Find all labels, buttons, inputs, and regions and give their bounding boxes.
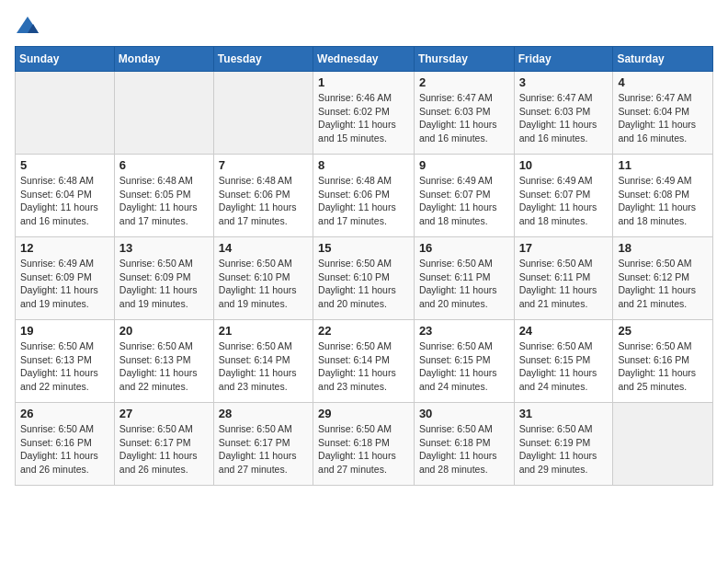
- day-info: Sunrise: 6:50 AMSunset: 6:14 PMDaylight:…: [219, 339, 308, 394]
- day-number: 22: [318, 324, 409, 338]
- weekday-header-saturday: Saturday: [613, 47, 713, 72]
- day-number: 11: [618, 158, 708, 172]
- calendar-cell: 17Sunrise: 6:50 AMSunset: 6:11 PMDayligh…: [514, 237, 613, 320]
- day-info: Sunrise: 6:49 AMSunset: 6:07 PMDaylight:…: [419, 174, 509, 228]
- day-info: Sunrise: 6:50 AMSunset: 6:13 PMDaylight:…: [20, 339, 109, 394]
- day-number: 8: [318, 158, 409, 172]
- calendar-cell: [114, 72, 213, 155]
- day-number: 23: [419, 324, 509, 338]
- day-info: Sunrise: 6:50 AMSunset: 6:15 PMDaylight:…: [419, 339, 509, 394]
- day-number: 17: [519, 241, 609, 255]
- weekday-header-friday: Friday: [514, 47, 613, 72]
- day-info: Sunrise: 6:47 AMSunset: 6:04 PMDaylight:…: [618, 91, 708, 145]
- calendar-cell: 9Sunrise: 6:49 AMSunset: 6:07 PMDaylight…: [414, 155, 514, 237]
- day-info: Sunrise: 6:47 AMSunset: 6:03 PMDaylight:…: [419, 91, 509, 145]
- day-number: 7: [219, 158, 308, 172]
- calendar-cell: 16Sunrise: 6:50 AMSunset: 6:11 PMDayligh…: [414, 237, 514, 320]
- calendar-header: SundayMondayTuesdayWednesdayThursdayFrid…: [16, 47, 713, 72]
- day-info: Sunrise: 6:50 AMSunset: 6:18 PMDaylight:…: [318, 422, 409, 477]
- calendar-cell: 27Sunrise: 6:50 AMSunset: 6:17 PMDayligh…: [114, 403, 213, 486]
- day-info: Sunrise: 6:49 AMSunset: 6:08 PMDaylight:…: [618, 174, 708, 228]
- day-number: 5: [20, 158, 109, 172]
- day-info: Sunrise: 6:50 AMSunset: 6:14 PMDaylight:…: [318, 339, 409, 394]
- calendar-cell: [213, 72, 313, 155]
- calendar-cell: 6Sunrise: 6:48 AMSunset: 6:05 PMDaylight…: [114, 155, 213, 237]
- weekday-header-sunday: Sunday: [16, 47, 115, 72]
- day-number: 21: [219, 324, 308, 338]
- calendar-cell: 3Sunrise: 6:47 AMSunset: 6:03 PMDaylight…: [514, 72, 613, 155]
- day-info: Sunrise: 6:50 AMSunset: 6:13 PMDaylight:…: [119, 339, 209, 394]
- day-number: 14: [219, 241, 308, 255]
- calendar-cell: 19Sunrise: 6:50 AMSunset: 6:13 PMDayligh…: [16, 320, 115, 403]
- day-number: 31: [519, 407, 609, 420]
- day-number: 28: [219, 407, 308, 420]
- day-number: 9: [419, 158, 509, 172]
- weekday-header-tuesday: Tuesday: [213, 47, 313, 72]
- day-number: 26: [20, 407, 109, 420]
- day-number: 18: [618, 241, 708, 255]
- calendar-cell: 12Sunrise: 6:49 AMSunset: 6:09 PMDayligh…: [16, 237, 115, 320]
- calendar-cell: 8Sunrise: 6:48 AMSunset: 6:06 PMDaylight…: [313, 155, 415, 237]
- weekday-header-wednesday: Wednesday: [313, 47, 415, 72]
- calendar-cell: 2Sunrise: 6:47 AMSunset: 6:03 PMDaylight…: [414, 72, 514, 155]
- day-info: Sunrise: 6:50 AMSunset: 6:15 PMDaylight:…: [519, 339, 609, 394]
- day-info: Sunrise: 6:48 AMSunset: 6:06 PMDaylight:…: [318, 174, 409, 228]
- day-info: Sunrise: 6:50 AMSunset: 6:16 PMDaylight:…: [20, 422, 109, 477]
- day-info: Sunrise: 6:49 AMSunset: 6:07 PMDaylight:…: [519, 174, 609, 228]
- calendar-cell: 15Sunrise: 6:50 AMSunset: 6:10 PMDayligh…: [313, 237, 415, 320]
- calendar-week-5: 26Sunrise: 6:50 AMSunset: 6:16 PMDayligh…: [16, 403, 713, 486]
- calendar-cell: 7Sunrise: 6:48 AMSunset: 6:06 PMDaylight…: [213, 155, 313, 237]
- weekday-header-thursday: Thursday: [414, 47, 514, 72]
- day-number: 10: [519, 158, 609, 172]
- day-number: 12: [20, 241, 109, 255]
- day-info: Sunrise: 6:46 AMSunset: 6:02 PMDaylight:…: [318, 91, 409, 145]
- day-info: Sunrise: 6:50 AMSunset: 6:17 PMDaylight:…: [119, 422, 209, 477]
- day-info: Sunrise: 6:47 AMSunset: 6:03 PMDaylight:…: [519, 91, 609, 145]
- calendar-cell: 14Sunrise: 6:50 AMSunset: 6:10 PMDayligh…: [213, 237, 313, 320]
- calendar-cell: 18Sunrise: 6:50 AMSunset: 6:12 PMDayligh…: [613, 237, 713, 320]
- calendar-cell: [613, 403, 713, 486]
- day-info: Sunrise: 6:50 AMSunset: 6:18 PMDaylight:…: [419, 422, 509, 477]
- day-info: Sunrise: 6:50 AMSunset: 6:09 PMDaylight:…: [119, 257, 209, 311]
- day-info: Sunrise: 6:48 AMSunset: 6:06 PMDaylight:…: [219, 174, 308, 228]
- day-info: Sunrise: 6:50 AMSunset: 6:12 PMDaylight:…: [618, 257, 708, 311]
- calendar-week-2: 5Sunrise: 6:48 AMSunset: 6:04 PMDaylight…: [16, 155, 713, 237]
- calendar-cell: 25Sunrise: 6:50 AMSunset: 6:16 PMDayligh…: [613, 320, 713, 403]
- day-number: 4: [618, 75, 708, 89]
- day-number: 6: [119, 158, 209, 172]
- day-info: Sunrise: 6:50 AMSunset: 6:10 PMDaylight:…: [219, 257, 308, 311]
- day-info: Sunrise: 6:50 AMSunset: 6:17 PMDaylight:…: [219, 422, 308, 477]
- day-info: Sunrise: 6:50 AMSunset: 6:16 PMDaylight:…: [618, 339, 708, 394]
- calendar-cell: 10Sunrise: 6:49 AMSunset: 6:07 PMDayligh…: [514, 155, 613, 237]
- day-number: 19: [20, 324, 109, 338]
- day-number: 25: [618, 324, 708, 338]
- calendar-cell: 4Sunrise: 6:47 AMSunset: 6:04 PMDaylight…: [613, 72, 713, 155]
- day-number: 24: [519, 324, 609, 338]
- calendar-cell: 22Sunrise: 6:50 AMSunset: 6:14 PMDayligh…: [313, 320, 415, 403]
- day-number: 13: [119, 241, 209, 255]
- calendar-cell: 29Sunrise: 6:50 AMSunset: 6:18 PMDayligh…: [313, 403, 415, 486]
- page-header: [15, 15, 713, 37]
- calendar-body: 1Sunrise: 6:46 AMSunset: 6:02 PMDaylight…: [16, 72, 713, 486]
- calendar-week-3: 12Sunrise: 6:49 AMSunset: 6:09 PMDayligh…: [16, 237, 713, 320]
- calendar-cell: 5Sunrise: 6:48 AMSunset: 6:04 PMDaylight…: [16, 155, 115, 237]
- day-number: 20: [119, 324, 209, 338]
- day-number: 30: [419, 407, 509, 420]
- calendar-cell: 28Sunrise: 6:50 AMSunset: 6:17 PMDayligh…: [213, 403, 313, 486]
- day-number: 1: [318, 75, 409, 89]
- calendar-week-4: 19Sunrise: 6:50 AMSunset: 6:13 PMDayligh…: [16, 320, 713, 403]
- calendar-cell: 20Sunrise: 6:50 AMSunset: 6:13 PMDayligh…: [114, 320, 213, 403]
- day-number: 15: [318, 241, 409, 255]
- day-number: 16: [419, 241, 509, 255]
- weekday-header-monday: Monday: [114, 47, 213, 72]
- day-number: 3: [519, 75, 609, 89]
- calendar-cell: [16, 72, 115, 155]
- day-info: Sunrise: 6:49 AMSunset: 6:09 PMDaylight:…: [20, 257, 109, 311]
- calendar-week-1: 1Sunrise: 6:46 AMSunset: 6:02 PMDaylight…: [16, 72, 713, 155]
- calendar-cell: 13Sunrise: 6:50 AMSunset: 6:09 PMDayligh…: [114, 237, 213, 320]
- day-info: Sunrise: 6:50 AMSunset: 6:11 PMDaylight:…: [419, 257, 509, 311]
- calendar-table: SundayMondayTuesdayWednesdayThursdayFrid…: [15, 46, 713, 486]
- logo-icon: [15, 15, 40, 37]
- day-info: Sunrise: 6:48 AMSunset: 6:04 PMDaylight:…: [20, 174, 109, 228]
- logo: [15, 15, 44, 37]
